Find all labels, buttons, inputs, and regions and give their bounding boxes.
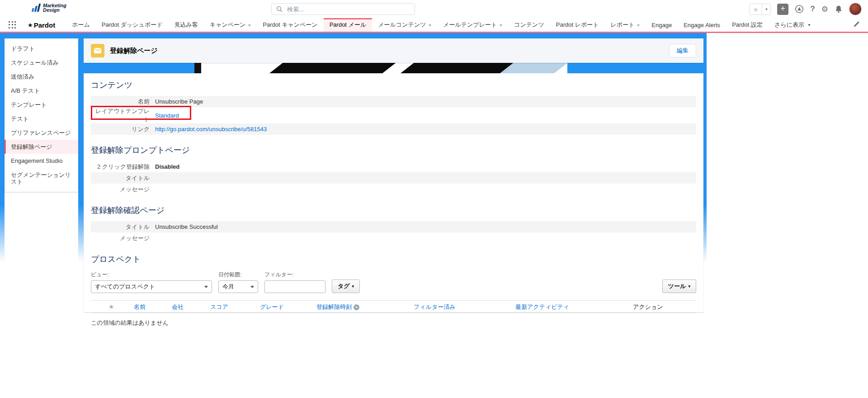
column-header-unsubscribe-time[interactable]: 登録解除時刻▼	[316, 301, 359, 313]
app-nav-bar: ★ Pardot ホーム Pardot ダッシュボード 見込み客 キャンペーン∨…	[0, 18, 868, 33]
tab-pardot-campaigns[interactable]: Pardot キャンペーン	[257, 18, 323, 32]
column-header-latest-activity[interactable]: 最新アクティビティ	[515, 301, 569, 313]
field-label: タイトル	[91, 174, 150, 182]
tab-email-content[interactable]: メールコンテンツ∨	[372, 18, 437, 32]
email-icon	[91, 44, 104, 57]
edit-nav-pencil-icon[interactable]	[853, 21, 860, 29]
field-label: メッセージ	[91, 234, 150, 242]
view-select[interactable]: すべてのプロスペクト	[91, 280, 212, 293]
sidebar-item-engagement-studio[interactable]: Engagement Studio	[5, 154, 78, 168]
tab-email-templates[interactable]: メールテンプレート∨	[437, 18, 508, 32]
detail-row-link: リンク http://go.pardot.com/unsubscribe/u/5…	[91, 123, 696, 135]
column-header-company[interactable]: 会社	[172, 301, 184, 313]
search-input[interactable]	[286, 5, 410, 13]
layout-template-link[interactable]: Standard	[155, 112, 179, 119]
tab-home[interactable]: ホーム	[66, 18, 96, 32]
date-range-select[interactable]: 今月	[218, 280, 258, 293]
tags-button[interactable]: タグ ▾	[332, 280, 360, 293]
prospect-table-header: ★ 名前 会社 スコア グレード 登録解除時刻▼ フィルター済み 最新アクティビ…	[91, 300, 696, 313]
unsubscribe-url-link[interactable]: http://go.pardot.com/unsubscribe/u/58154…	[155, 126, 267, 133]
chevron-down-icon	[250, 286, 254, 288]
app-star-icon: ★	[28, 22, 33, 28]
sidebar-item-ab-test[interactable]: A/B テスト	[5, 84, 78, 98]
tab-engage[interactable]: Engage	[646, 18, 678, 32]
global-actions-plus-icon[interactable]: +	[777, 4, 788, 15]
section-heading-content: コンテンツ	[91, 80, 696, 90]
field-label: メッセージ	[91, 185, 150, 194]
sidebar-item-templates[interactable]: テンプレート	[5, 98, 78, 112]
user-avatar[interactable]	[849, 3, 862, 15]
email-sidebar: ドラフト スケジュール済み 送信済み A/B テスト テンプレート テスト プリ…	[5, 38, 78, 192]
field-value: Disabled	[155, 163, 179, 170]
company-logo: Marketing Design	[33, 3, 66, 12]
edit-button[interactable]: 編集	[669, 44, 696, 57]
frame-strip-top	[0, 33, 707, 38]
view-select-value: すべてのプロスペクト	[95, 283, 155, 291]
tab-pardot-settings[interactable]: Pardot 設定	[726, 18, 769, 32]
favorites-dropdown-icon[interactable]: ▼	[762, 4, 770, 14]
sidebar-item-preference-pages[interactable]: プリファレンスページ	[5, 126, 78, 140]
column-header-grade[interactable]: グレード	[260, 301, 284, 313]
column-header-name[interactable]: 名前	[134, 301, 146, 313]
section-heading-unsubscribe-prompt: 登録解除プロンプトページ	[91, 145, 696, 156]
sidebar-item-unsubscribe-pages[interactable]: 登録解除ページ	[5, 140, 78, 154]
view-filter-group: ビュー: すべてのプロスペクト	[91, 271, 212, 293]
detail-row-two-click: 2 クリック登録解除 Disabled	[91, 161, 696, 172]
date-range-select-value: 今月	[222, 283, 234, 291]
chevron-down-icon[interactable]: ∨	[499, 23, 503, 27]
tab-more[interactable]: さらに表示▼	[769, 18, 817, 32]
global-search[interactable]	[271, 3, 415, 15]
chevron-down-icon: ▾	[688, 284, 690, 289]
app-name-label: Pardot	[34, 21, 56, 29]
app-name: ★ Pardot	[28, 21, 55, 29]
sidebar-item-tests[interactable]: テスト	[5, 112, 78, 126]
tab-campaigns[interactable]: キャンペーン∨	[204, 18, 257, 32]
filter-input[interactable]	[264, 280, 326, 293]
detail-row-layout-template: レイアウトテンプレート Standard	[91, 107, 696, 123]
tab-pardot-dashboard[interactable]: Pardot ダッシュボード	[96, 18, 169, 32]
frame-strip-left	[0, 33, 5, 271]
section-heading-prospects: プロスペクト	[91, 254, 696, 265]
logo-text: Marketing Design	[43, 3, 66, 12]
app-launcher-icon[interactable]	[9, 21, 16, 29]
column-header-filtered[interactable]: フィルター済み	[414, 301, 456, 313]
chevron-down-icon[interactable]: ∨	[637, 23, 641, 27]
tab-content[interactable]: コンテンツ	[508, 18, 550, 32]
filter-label: フィルター:	[264, 271, 326, 279]
page-title: 登録解除ページ	[110, 47, 158, 55]
tab-engage-alerts[interactable]: Engage Alerts	[678, 18, 726, 32]
prospect-filters: ビュー: すべてのプロスペクト 日付範囲: 今月 フィルター: タグ ▾ ツール…	[91, 271, 696, 293]
favorites-star-icon[interactable]: ★	[750, 4, 762, 14]
guidance-center-icon[interactable]	[795, 5, 804, 14]
tab-prospects[interactable]: 見込み客	[169, 18, 204, 32]
frame-strip-right	[703, 33, 707, 271]
chevron-down-icon[interactable]: ∨	[248, 23, 251, 27]
clipped-banner-image	[194, 63, 567, 73]
view-label: ビュー:	[91, 271, 212, 279]
main-content-card: コンテンツ 名前 Unsubscribe Page レイアウトテンプレート St…	[84, 73, 703, 312]
sort-descending-icon[interactable]: ▼	[354, 304, 359, 310]
sidebar-item-scheduled[interactable]: スケジュール済み	[5, 56, 78, 70]
detail-row-confirm-message: メッセージ	[91, 232, 696, 244]
help-icon[interactable]: ?	[810, 5, 815, 14]
tab-pardot-email[interactable]: Pardot メール	[324, 18, 373, 32]
star-column-icon[interactable]: ★	[108, 301, 114, 313]
sidebar-item-sent[interactable]: 送信済み	[5, 70, 78, 84]
tab-pardot-reports[interactable]: Pardot レポート	[550, 18, 605, 32]
sidebar-item-segmentation-lists[interactable]: セグメンテーションリスト	[5, 168, 78, 189]
tab-reports[interactable]: レポート∨	[605, 18, 646, 32]
field-label: 名前	[91, 98, 150, 106]
more-arrow-icon[interactable]: ▼	[807, 23, 811, 27]
global-header: Marketing Design ★ ▼ + ? ⚙	[0, 0, 868, 18]
nav-tabs: ホーム Pardot ダッシュボード 見込み客 キャンペーン∨ Pardot キ…	[66, 18, 817, 32]
detail-row-prompt-title: タイトル	[91, 172, 696, 184]
tools-button[interactable]: ツール ▾	[662, 280, 696, 293]
detail-row-confirm-title: タイトル Unsubscribe Successful	[91, 221, 696, 232]
field-value: Unsubscribe Successful	[155, 223, 218, 230]
sidebar-item-drafts[interactable]: ドラフト	[5, 42, 78, 56]
filter-filter-group: フィルター:	[264, 271, 326, 293]
notification-bell-icon[interactable]	[835, 5, 843, 13]
column-header-score[interactable]: スコア	[210, 301, 228, 313]
setup-gear-icon[interactable]: ⚙	[821, 5, 828, 14]
chevron-down-icon[interactable]: ∨	[428, 23, 432, 27]
